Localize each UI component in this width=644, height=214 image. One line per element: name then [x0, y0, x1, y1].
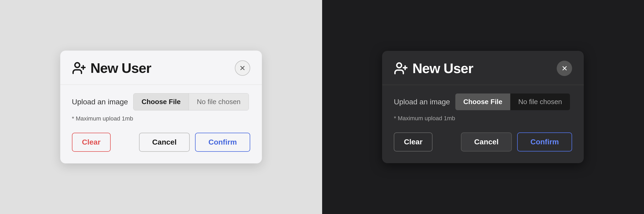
dark-title-area: New User [394, 60, 473, 76]
light-dialog-title: New User [90, 60, 151, 76]
dark-file-input-wrapper: Choose File No file chosen [455, 93, 570, 110]
light-cancel-button[interactable]: Cancel [139, 133, 190, 152]
user-plus-icon [72, 61, 86, 75]
dark-panel: New User ✕ Upload an image Choose File N… [322, 0, 644, 214]
dark-dialog: New User ✕ Upload an image Choose File N… [382, 51, 584, 163]
dark-upload-row: Upload an image Choose File No file chos… [394, 93, 572, 110]
light-dialog: New User ✕ Upload an image Choose File N… [60, 51, 262, 163]
dark-clear-button[interactable]: Clear [394, 132, 433, 151]
svg-point-3 [397, 63, 402, 68]
light-upload-row: Upload an image Choose File No file chos… [72, 93, 250, 110]
dark-no-file-label: No file chosen [510, 93, 570, 110]
light-file-input-wrapper: Choose File No file chosen [133, 93, 249, 110]
light-confirm-button[interactable]: Confirm [195, 133, 250, 152]
dark-user-plus-icon [394, 61, 408, 75]
svg-point-0 [75, 63, 80, 68]
light-max-upload-label: * Maximum upload 1mb [72, 115, 250, 122]
light-no-file-label: No file chosen [189, 93, 249, 110]
dark-confirm-button[interactable]: Confirm [517, 132, 572, 151]
light-buttons-row: Clear Cancel Confirm [72, 133, 250, 152]
light-upload-label: Upload an image [72, 98, 128, 106]
dark-dialog-title: New User [412, 60, 473, 76]
dark-max-upload-label: * Maximum upload 1mb [394, 115, 572, 122]
light-choose-file-button[interactable]: Choose File [133, 93, 189, 110]
dark-choose-file-button[interactable]: Choose File [455, 93, 510, 110]
light-panel: New User ✕ Upload an image Choose File N… [0, 0, 322, 214]
light-clear-button[interactable]: Clear [72, 133, 111, 152]
dark-upload-label: Upload an image [394, 98, 450, 106]
dark-buttons-row: Clear Cancel Confirm [394, 132, 572, 151]
light-close-button[interactable]: ✕ [235, 60, 250, 76]
dark-dialog-header: New User ✕ [394, 60, 572, 76]
light-title-area: New User [72, 60, 151, 76]
light-divider [60, 84, 262, 85]
dark-close-button[interactable]: ✕ [557, 61, 572, 76]
light-dialog-header: New User ✕ [72, 60, 250, 76]
dark-divider [382, 85, 584, 85]
dark-cancel-button[interactable]: Cancel [461, 132, 512, 151]
